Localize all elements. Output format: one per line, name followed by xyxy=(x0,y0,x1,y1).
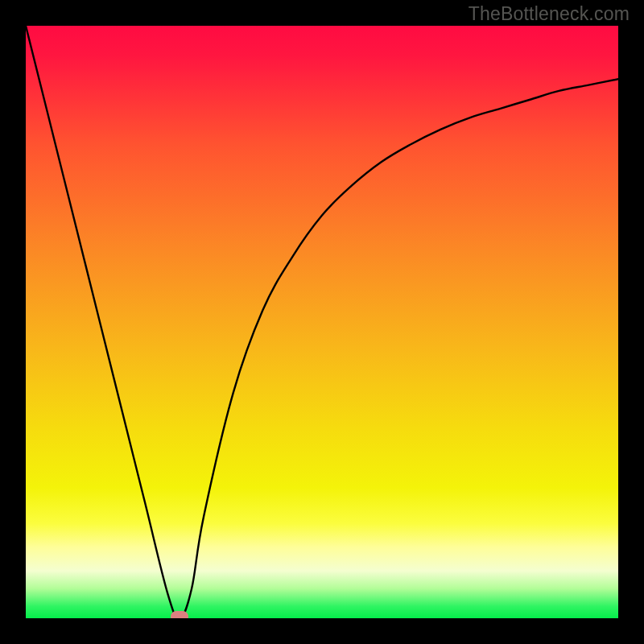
curve-layer xyxy=(26,26,618,618)
plot-area xyxy=(26,26,618,618)
chart-frame: TheBottleneck.com xyxy=(0,0,644,644)
watermark-text: TheBottleneck.com xyxy=(469,3,630,25)
min-marker xyxy=(171,611,188,618)
bottleneck-curve xyxy=(26,26,618,618)
